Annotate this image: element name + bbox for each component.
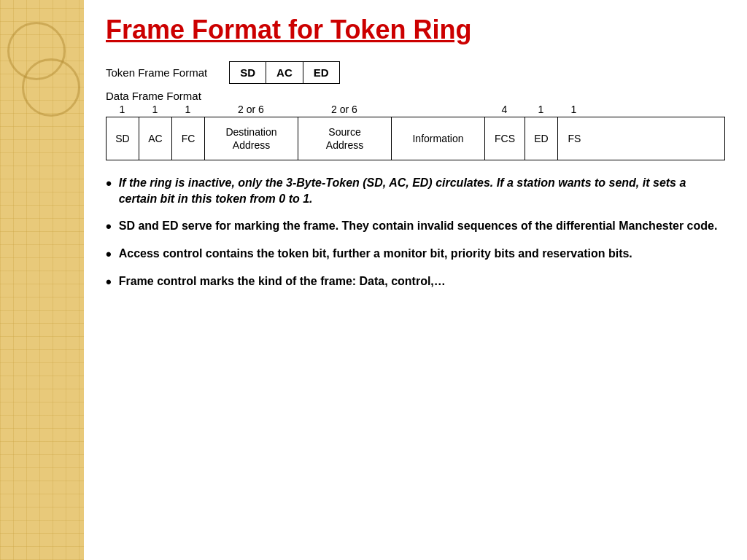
df-cell-sd: SD: [107, 117, 139, 160]
circle-decoration-2: [22, 58, 80, 117]
token-frame-boxes: SD AC ED: [229, 61, 339, 84]
bullet-dot-2: •: [106, 218, 112, 236]
bullet-dot-4: •: [106, 273, 112, 291]
df-cell-src-addr: SourceAddress: [298, 117, 392, 160]
df-cell-fs: FS: [558, 117, 591, 160]
num-8: 1: [525, 104, 557, 115]
bullet-item-3: • Access control contains the token bit,…: [106, 246, 725, 263]
bullet-text-2: SD and ED serve for marking the frame. T…: [119, 218, 725, 234]
num-1: 1: [106, 104, 139, 115]
left-decoration: [0, 0, 84, 560]
token-box-sd: SD: [230, 62, 266, 83]
main-content: Frame Format for Token Ring Token Frame …: [84, 0, 747, 560]
bullet-text-3: Access control contains the token bit, f…: [119, 246, 725, 262]
data-frame-table: SD AC FC DestinationAddress SourceAddres…: [106, 117, 725, 160]
df-cell-ac: AC: [139, 117, 172, 160]
token-box-ac: AC: [266, 62, 303, 83]
num-2: 1: [139, 104, 171, 115]
bullets-section: • If the ring is inactive, only the 3-By…: [106, 175, 725, 291]
token-box-ed: ED: [303, 62, 339, 83]
token-frame-label: Token Frame Format: [106, 66, 207, 79]
df-cell-dest-addr: DestinationAddress: [205, 117, 298, 160]
num-9: 1: [557, 104, 590, 115]
slide-title: Frame Format for Token Ring: [106, 15, 725, 45]
bullet-item-4: • Frame control marks the kind of the fr…: [106, 273, 725, 291]
num-3: 1: [171, 104, 204, 115]
bullet-item-1: • If the ring is inactive, only the 3-By…: [106, 175, 725, 208]
df-cell-fc: FC: [172, 117, 205, 160]
num-4: 2 or 6: [204, 104, 298, 115]
bullet-dot-3: •: [106, 246, 112, 263]
df-cell-info: Information: [392, 117, 485, 160]
df-cell-ed: ED: [525, 117, 558, 160]
num-7: 4: [484, 104, 525, 115]
bullet-text-1: If the ring is inactive, only the 3-Byte…: [119, 175, 725, 208]
df-cell-fcs: FCS: [485, 117, 525, 160]
bullet-dot-1: •: [106, 175, 112, 192]
num-5: 2 or 6: [298, 104, 391, 115]
bullet-item-2: • SD and ED serve for marking the frame.…: [106, 218, 725, 236]
token-frame-row: Token Frame Format SD AC ED: [106, 61, 725, 84]
numbers-row: 1 1 1 2 or 6 2 or 6 4 1 1: [106, 104, 725, 115]
data-frame-label: Data Frame Format: [106, 90, 725, 102]
bullet-text-4: Frame control marks the kind of the fram…: [119, 273, 725, 289]
